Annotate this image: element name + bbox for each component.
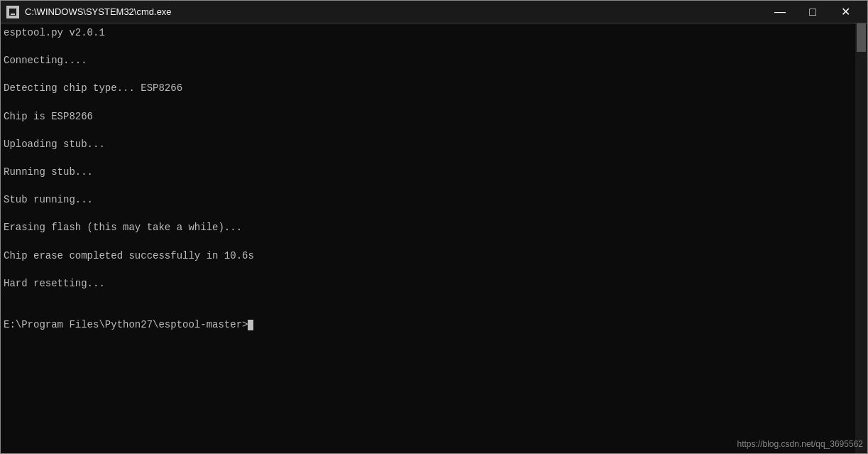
terminal-line: Stub running... bbox=[4, 193, 852, 207]
terminal-content[interactable]: esptool.py v2.0.1 Connecting.... Detecti… bbox=[1, 23, 855, 453]
terminal-line: Chip erase completed successfully in 10.… bbox=[4, 249, 852, 264]
titlebar: C:\WINDOWS\SYSTEM32\cmd.exe — □ ✕ bbox=[1, 1, 867, 23]
window-controls: — □ ✕ bbox=[764, 1, 862, 23]
terminal-line: Chip is ESP8266 bbox=[4, 110, 852, 124]
maximize-button[interactable]: □ bbox=[796, 1, 829, 23]
terminal-line: Uploading stub... bbox=[4, 138, 852, 152]
close-button[interactable]: ✕ bbox=[829, 1, 862, 23]
minimize-button[interactable]: — bbox=[764, 1, 796, 23]
watermark: https://blog.csdn.net/qq_3695562 bbox=[737, 439, 863, 449]
terminal-line: Running stub... bbox=[4, 166, 852, 180]
window-title: C:\WINDOWS\SYSTEM32\cmd.exe bbox=[25, 6, 764, 17]
scrollbar-thumb[interactable] bbox=[857, 23, 866, 52]
terminal-line: esptool.py v2.0.1 bbox=[4, 26, 852, 40]
terminal-line: Erasing flash (this may take a while)... bbox=[4, 221, 852, 235]
terminal-cursor bbox=[248, 320, 253, 330]
terminal-line: Hard resetting... bbox=[4, 277, 852, 291]
terminal-line: E:\Program Files\Python27\esptool-master… bbox=[4, 318, 852, 333]
terminal-line: Connecting.... bbox=[4, 54, 852, 68]
cmd-window: C:\WINDOWS\SYSTEM32\cmd.exe — □ ✕ esptoo… bbox=[0, 0, 868, 454]
scrollbar[interactable] bbox=[855, 23, 867, 453]
terminal-line: Detecting chip type... ESP8266 bbox=[4, 82, 852, 96]
window-icon bbox=[6, 6, 19, 18]
terminal-body: esptool.py v2.0.1 Connecting.... Detecti… bbox=[1, 23, 867, 453]
